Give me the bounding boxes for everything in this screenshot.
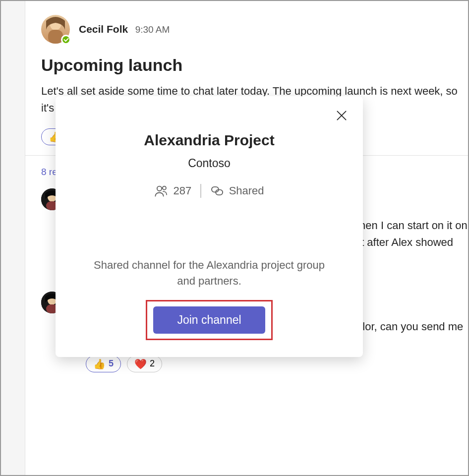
- reaction-count: 2: [150, 358, 155, 369]
- presence-available-icon: [61, 35, 71, 45]
- svg-rect-1: [48, 30, 63, 44]
- post-timestamp: 9:30 AM: [135, 24, 170, 35]
- post-header: Cecil Folk 9:30 AM: [25, 15, 468, 44]
- shared-label: Shared: [229, 184, 264, 197]
- member-count-stat: 287: [154, 184, 191, 198]
- channel-description: Shared channel for the Alexandria projec…: [72, 257, 346, 289]
- member-count: 287: [173, 184, 191, 197]
- author-avatar[interactable]: [41, 15, 70, 44]
- reaction-count: 5: [109, 358, 114, 369]
- close-button[interactable]: [335, 109, 348, 124]
- people-icon: [154, 184, 168, 198]
- thumbs-up-icon: 👍: [93, 358, 106, 370]
- stat-divider: [200, 184, 201, 198]
- channel-name: Alexandria Project: [72, 132, 346, 149]
- channel-org: Contoso: [72, 157, 346, 170]
- shared-channel-stat: Shared: [210, 184, 264, 198]
- post-title: Upcoming launch: [25, 44, 468, 81]
- join-channel-button[interactable]: Join channel: [153, 306, 265, 334]
- author-name[interactable]: Cecil Folk: [79, 23, 128, 35]
- channel-stats: 287 Shared: [72, 184, 346, 198]
- reaction-heart[interactable]: ❤️ 2: [127, 356, 162, 372]
- join-button-highlight: Join channel: [146, 300, 272, 340]
- heart-icon: ❤️: [134, 358, 147, 370]
- svg-point-8: [157, 186, 162, 191]
- shared-channel-icon: [210, 184, 224, 198]
- close-icon: [335, 109, 348, 122]
- svg-point-9: [163, 186, 166, 190]
- reaction-thumbs-up[interactable]: 👍 5: [86, 356, 121, 372]
- channel-info-popover: Alexandria Project Contoso 287 Shared Sh…: [56, 96, 363, 357]
